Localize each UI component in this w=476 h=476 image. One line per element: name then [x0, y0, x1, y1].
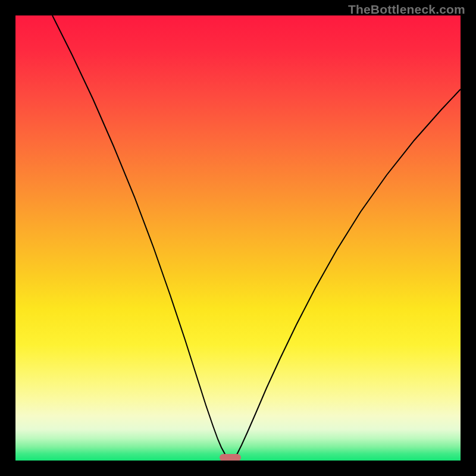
watermark-text: TheBottleneck.com — [348, 2, 465, 17]
curve-svg — [15, 15, 461, 461]
bottleneck-curve-path — [52, 15, 461, 461]
chart-frame: TheBottleneck.com — [0, 0, 476, 476]
minimum-marker — [220, 454, 241, 461]
plot-area — [15, 15, 461, 461]
